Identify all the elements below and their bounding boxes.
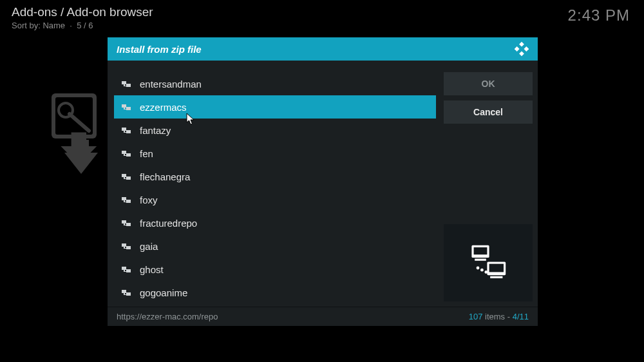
svg-rect-38 <box>124 248 128 249</box>
sort-info: Sort by: Name · 5 / 6 <box>12 21 153 30</box>
svg-rect-12 <box>126 107 131 110</box>
list-item-label: ghost <box>140 264 164 275</box>
svg-rect-49 <box>475 259 486 261</box>
svg-rect-10 <box>124 86 128 86</box>
svg-rect-15 <box>122 128 126 131</box>
list-item[interactable]: gogoanime <box>114 281 436 304</box>
list-item-label: foxy <box>140 195 158 205</box>
svg-rect-39 <box>122 267 126 270</box>
sort-sep: · <box>70 21 72 30</box>
footer-url: https://ezzer-mac.com/repo <box>117 312 218 321</box>
dialog-body: entersandmanezzermacsfantazyfenflechaneg… <box>108 61 538 307</box>
svg-rect-43 <box>122 290 126 293</box>
svg-rect-51 <box>489 264 504 272</box>
list-item-label: gaia <box>140 241 158 252</box>
network-share-icon <box>122 265 132 273</box>
list-item[interactable]: entersandman <box>114 72 436 95</box>
svg-rect-28 <box>126 200 131 203</box>
install-zip-dialog: Install from zip file entersandmanezzerm… <box>108 37 538 326</box>
svg-rect-8 <box>126 84 131 87</box>
dialog-footer: https://ezzer-mac.com/repo 107 items - 4… <box>108 307 538 326</box>
file-list[interactable]: entersandmanezzermacsfantazyfenflechaneg… <box>114 72 439 307</box>
ok-button[interactable]: OK <box>444 72 533 95</box>
breadcrumb: Add-ons / Add-on browser <box>12 5 153 19</box>
svg-point-53 <box>477 267 480 270</box>
svg-rect-3 <box>519 42 524 47</box>
svg-point-55 <box>484 271 488 274</box>
cancel-button[interactable]: Cancel <box>444 100 533 124</box>
footer-list-pos: 4/11 <box>513 312 529 321</box>
list-item[interactable]: foxy <box>114 188 436 211</box>
list-item[interactable]: fen <box>114 142 436 165</box>
svg-rect-11 <box>122 104 126 108</box>
list-item-label: gogoanime <box>140 287 187 298</box>
svg-rect-16 <box>126 130 131 133</box>
svg-rect-20 <box>126 153 131 157</box>
list-item-label: entersandman <box>140 79 202 90</box>
side-panel: OK Cancel <box>439 66 538 307</box>
svg-rect-14 <box>124 109 128 110</box>
file-list-panel: entersandmanezzermacsfantazyfenflechaneg… <box>114 72 439 307</box>
network-share-icon <box>122 80 132 88</box>
list-item[interactable]: flechanegra <box>114 165 436 188</box>
svg-rect-31 <box>122 220 126 224</box>
list-item-label: fen <box>140 148 153 159</box>
list-item[interactable]: ezzermacs <box>114 95 436 119</box>
svg-rect-40 <box>126 269 131 272</box>
dialog-titlebar: Install from zip file <box>108 37 538 61</box>
list-item-label: fantazy <box>140 125 171 136</box>
list-item-label: flechanegra <box>140 171 190 182</box>
svg-rect-32 <box>126 223 131 226</box>
svg-rect-34 <box>124 225 128 225</box>
list-item-label: ezzermacs <box>140 102 187 113</box>
network-share-icon <box>122 149 132 157</box>
svg-rect-44 <box>126 292 131 296</box>
kodi-logo-icon <box>515 42 529 56</box>
network-share-icon <box>122 219 132 227</box>
svg-rect-52 <box>490 276 502 278</box>
svg-rect-30 <box>124 202 128 202</box>
dialog-title-text: Install from zip file <box>117 44 202 55</box>
list-item[interactable]: fracturedrepo <box>114 211 436 234</box>
svg-rect-48 <box>474 247 488 254</box>
network-share-icon <box>122 103 132 111</box>
svg-rect-26 <box>124 178 128 179</box>
svg-rect-23 <box>122 174 126 177</box>
clock: 2:43 PM <box>568 6 630 24</box>
network-share-icon <box>122 289 132 296</box>
zip-install-icon <box>52 93 113 177</box>
network-location-icon <box>444 224 533 301</box>
footer-count: 107 items - 4/11 <box>469 312 529 321</box>
network-share-icon <box>122 126 132 134</box>
svg-rect-5 <box>524 46 529 52</box>
svg-rect-22 <box>124 155 128 156</box>
svg-rect-27 <box>122 197 126 200</box>
list-item[interactable]: ghost <box>114 258 436 281</box>
footer-items-word: items - <box>482 312 512 321</box>
sort-pos: 5 / 6 <box>77 21 93 30</box>
header: Add-ons / Add-on browser Sort by: Name ·… <box>12 5 153 30</box>
svg-rect-7 <box>122 81 126 84</box>
svg-rect-35 <box>122 243 126 247</box>
footer-item-count: 107 <box>469 312 483 321</box>
network-share-icon <box>122 242 132 250</box>
svg-rect-46 <box>124 294 128 295</box>
svg-point-54 <box>480 269 484 272</box>
list-item[interactable]: fantazy <box>114 119 436 142</box>
svg-rect-36 <box>126 246 131 249</box>
svg-rect-42 <box>124 271 128 272</box>
sort-label: Sort by: Name <box>12 21 65 30</box>
network-share-icon <box>122 173 132 180</box>
svg-rect-4 <box>515 46 520 52</box>
list-item[interactable]: gaia <box>114 234 436 258</box>
svg-rect-19 <box>122 151 126 154</box>
svg-rect-6 <box>519 51 524 56</box>
svg-rect-24 <box>126 176 131 180</box>
svg-rect-18 <box>124 132 128 133</box>
list-item-label: fracturedrepo <box>140 218 197 229</box>
network-share-icon <box>122 196 132 204</box>
